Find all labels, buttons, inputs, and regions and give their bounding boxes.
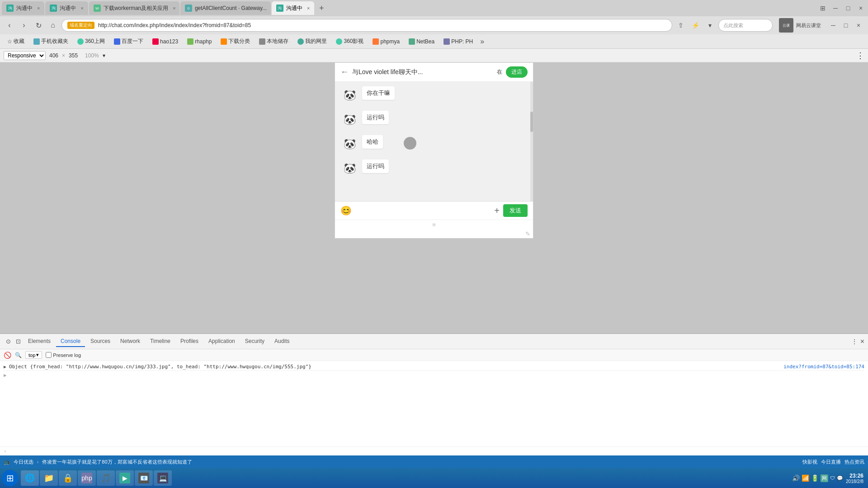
- console-log-entry-1[interactable]: ▶ Object {from_head: "http://www.hwqugou…: [4, 363, 864, 371]
- dt-tab-security[interactable]: Security: [241, 336, 269, 347]
- taskbar-lock[interactable]: 🔒: [59, 470, 77, 486]
- address-input[interactable]: 域名重定向 http://chat.com/index.php/index/in…: [61, 19, 672, 32]
- devtools-more[interactable]: ⋮: [851, 338, 858, 345]
- status-hot[interactable]: 热点资讯: [844, 459, 864, 465]
- dt-tab-profiles[interactable]: Profiles: [176, 336, 203, 347]
- devtools-close[interactable]: ×: [860, 338, 864, 346]
- 360-label: 360上网: [85, 38, 105, 45]
- zoom-dropdown[interactable]: ▾: [103, 52, 105, 59]
- responsive-select[interactable]: Responsive: [4, 51, 46, 60]
- dt-tab-timeline[interactable]: Timeline: [146, 336, 175, 347]
- plus-button[interactable]: +: [494, 206, 500, 216]
- console-clear-icon[interactable]: 🚫: [4, 352, 11, 359]
- flash-button[interactable]: ⚡: [689, 19, 701, 31]
- bookmark-hao123[interactable]: hao123: [149, 38, 182, 46]
- devtools-pointer-icon[interactable]: ⊡: [14, 337, 23, 346]
- bookmark-360[interactable]: 360上网: [74, 37, 108, 46]
- bookmark-favorites[interactable]: ☆ 收藏: [4, 37, 28, 46]
- taskbar-music[interactable]: 🎵: [97, 470, 115, 486]
- viewport-height: 355: [69, 52, 78, 59]
- dt-tab-network[interactable]: Network: [116, 336, 145, 347]
- filter-icon: 🔍: [15, 352, 22, 358]
- tab-2-close[interactable]: ×: [80, 5, 83, 11]
- bookmark-rhaphp[interactable]: rhaphp: [184, 38, 215, 46]
- emoji-button[interactable]: 😊: [340, 205, 352, 216]
- bookmark-netbeans[interactable]: NetBea: [405, 38, 438, 46]
- devtools-panel: ⊙ ⊡ Elements Console Sources Network Tim…: [0, 333, 868, 455]
- search-box[interactable]: 点此搜索: [718, 19, 773, 32]
- tab-5-icon: 沟: [276, 5, 283, 12]
- tab-bar: 沟 沟通中 × 沟 沟通中 × W 下载workerman及相关应用 × G g…: [0, 0, 868, 16]
- zoom-label: 100%: [85, 52, 99, 59]
- tab-1-close[interactable]: ×: [37, 5, 40, 11]
- extensions-button[interactable]: ⊞: [817, 3, 828, 14]
- taskbar-browser[interactable]: 🌐: [21, 470, 39, 486]
- scrollbar-track[interactable]: [530, 82, 533, 201]
- win-restore[interactable]: □: [840, 19, 852, 31]
- reload-button[interactable]: ↻: [33, 19, 44, 31]
- dt-tab-console[interactable]: Console: [56, 336, 85, 347]
- taskbar-app2[interactable]: 📧: [135, 470, 153, 486]
- more-addr-button[interactable]: ▾: [704, 19, 716, 31]
- send-button[interactable]: 发送: [503, 204, 528, 217]
- status-live[interactable]: 今日直播: [821, 459, 841, 465]
- bookmark-mynet[interactable]: 我的网里: [294, 37, 330, 46]
- new-tab-button[interactable]: +: [315, 2, 328, 14]
- browser-icon: 🌐: [24, 473, 35, 483]
- scroll-indicator: [404, 137, 416, 150]
- redirect-badge: 域名重定向: [67, 22, 94, 29]
- bookmark-baidu[interactable]: 百度一下: [110, 37, 147, 46]
- resize-icon[interactable]: ✎: [525, 230, 530, 237]
- chat-title: 与Love violet life聊天中...: [352, 68, 493, 76]
- dt-tab-sources[interactable]: Sources: [86, 336, 115, 347]
- tab-4[interactable]: G getAllClientCount · Gateway... ×: [180, 1, 271, 15]
- status-quick-video[interactable]: 快影视: [802, 459, 817, 465]
- dt-tab-elements[interactable]: Elements: [24, 336, 55, 347]
- preserve-log-label[interactable]: Preserve log: [46, 352, 81, 358]
- home-button[interactable]: ⌂: [47, 19, 59, 31]
- bookmark-360video[interactable]: 360影视: [332, 37, 367, 46]
- bookmarks-more[interactable]: »: [478, 38, 486, 46]
- tab-3-close[interactable]: ×: [173, 5, 175, 11]
- tab-3[interactable]: W 下载workerman及相关应用 ×: [89, 1, 179, 15]
- bookmark-mobile[interactable]: 手机收藏夹: [30, 37, 72, 46]
- taskbar-app1[interactable]: ▶: [116, 470, 134, 486]
- preserve-log-checkbox[interactable]: [46, 352, 52, 358]
- tab-2[interactable]: 沟 沟通中 ×: [45, 1, 88, 15]
- tab-4-icon: G: [185, 5, 192, 12]
- taskbar-files[interactable]: 📁: [40, 470, 58, 486]
- start-button[interactable]: ⊞: [2, 470, 18, 486]
- forward-button[interactable]: ›: [18, 19, 30, 31]
- minimize-button[interactable]: ─: [830, 3, 841, 14]
- scrollbar-thumb[interactable]: [530, 112, 533, 132]
- back-button[interactable]: ‹: [4, 19, 15, 31]
- dt-tab-audits[interactable]: Audits: [270, 336, 294, 347]
- close-button[interactable]: ×: [855, 3, 866, 14]
- share-button[interactable]: ⇧: [675, 19, 687, 31]
- taskbar-php[interactable]: php: [78, 470, 96, 486]
- console-input[interactable]: [9, 448, 864, 454]
- more-options[interactable]: ⋮: [856, 51, 864, 61]
- tab-5[interactable]: 沟 沟通中 ×: [272, 1, 314, 15]
- bookmark-phpmya[interactable]: phpmya: [369, 38, 403, 46]
- filter-dropdown[interactable]: top ▾: [25, 351, 42, 359]
- download-icon: [221, 38, 227, 45]
- restore-button[interactable]: □: [843, 3, 854, 14]
- log-source[interactable]: index?fromid=87&toid=85:174: [783, 364, 864, 370]
- enter-shop-button[interactable]: 进店: [506, 66, 528, 78]
- preserve-log-text: Preserve log: [53, 352, 81, 358]
- tab-5-close[interactable]: ×: [307, 5, 310, 11]
- divider-handle[interactable]: ≡: [335, 220, 533, 230]
- resize-area: ✎: [335, 230, 533, 238]
- log-expand-arrow[interactable]: ▶: [4, 364, 6, 369]
- back-button[interactable]: ←: [340, 67, 349, 77]
- devtools-inspect-icon[interactable]: ⊙: [4, 337, 13, 346]
- win-close[interactable]: ×: [853, 19, 864, 31]
- tab-1[interactable]: 沟 沟通中 ×: [2, 1, 44, 15]
- taskbar-app3[interactable]: 💻: [154, 470, 172, 486]
- dt-tab-application[interactable]: Application: [204, 336, 240, 347]
- win-minimize[interactable]: ─: [827, 19, 839, 31]
- bookmark-local[interactable]: 本地储存: [255, 37, 292, 46]
- bookmark-php[interactable]: PHP: PH: [440, 38, 476, 46]
- bookmark-download[interactable]: 下载分类: [217, 37, 254, 46]
